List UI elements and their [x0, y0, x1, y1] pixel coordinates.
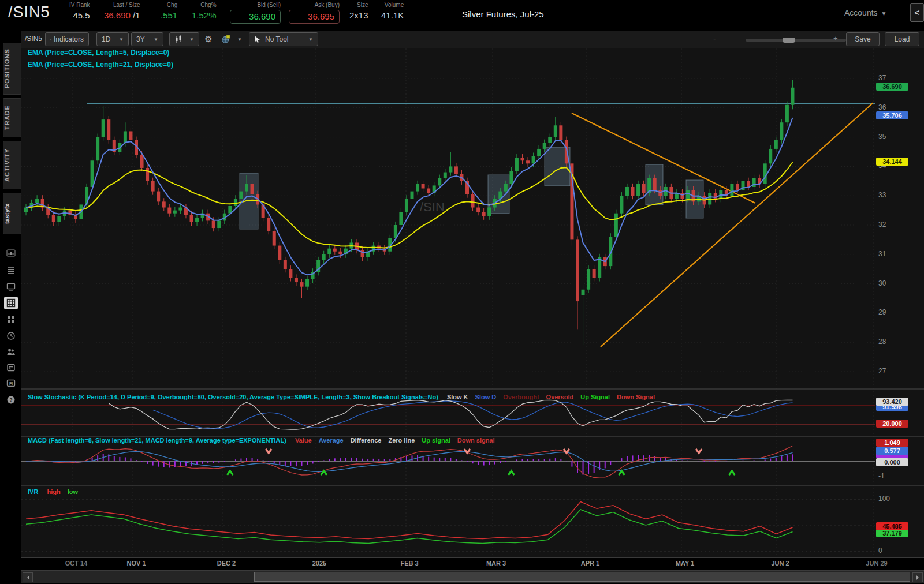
time-axis-label: JUN 2	[763, 560, 798, 567]
monitor-icon[interactable]	[4, 280, 18, 293]
price-tick: 36	[878, 103, 886, 111]
header-field-iv-rank: IV Rank45.5	[69, 2, 90, 21]
time-axis-label: 2025	[302, 560, 337, 567]
sidebar-tab-tastyfx[interactable]: tastyfx	[3, 193, 21, 234]
price-chart[interactable]: /SIN	[21, 48, 924, 557]
zoom-slider-handle[interactable]	[783, 38, 795, 43]
legend-item: Up Signal	[580, 394, 610, 400]
tool-dropdown[interactable]: No Tool ▼	[249, 32, 318, 46]
scrollbar-thumb[interactable]	[254, 572, 910, 582]
axis-value-badge: 35.706	[876, 111, 908, 119]
zoom-in-button[interactable]: +	[833, 34, 838, 43]
header-field-last-size: Last / Size36.690 /1	[104, 2, 140, 21]
header-field-bid-sell[interactable]: Bid (Sell)36.690	[230, 2, 281, 24]
field-value: 2x13	[349, 10, 368, 21]
study-axis-tick: 100	[878, 495, 890, 503]
header-field-ask-buy[interactable]: Ask (Buy)36.695	[289, 2, 340, 24]
range-dropdown[interactable]: 3Y▼	[131, 32, 163, 46]
legend-item: Difference	[351, 437, 382, 444]
axis-value-badge: 37.179	[876, 529, 908, 537]
candlestick-icon	[174, 35, 182, 43]
ivr-study-label[interactable]: IVR highlow	[28, 488, 78, 495]
field-value: .551	[161, 10, 177, 21]
legend-item: Up signal	[422, 437, 450, 444]
chevron-down-icon: ▼	[154, 37, 158, 42]
header-field-chg-pct: Chg%1.52%	[192, 2, 217, 21]
chevron-down-icon: ▼	[237, 37, 242, 42]
price-tick: 35	[878, 133, 886, 141]
chart-grid-icon[interactable]	[4, 297, 18, 309]
time-axis-label: MAY 1	[668, 560, 702, 567]
price-tick: 37	[878, 74, 886, 82]
price-axis-divider	[875, 48, 875, 570]
stochastic-study-label[interactable]: Slow Stochastic (K Period=14, D Period=9…	[28, 394, 655, 400]
symbol-title: /SIN5	[8, 3, 50, 21]
zoom-slider[interactable]	[746, 39, 846, 42]
field-label: Last / Size	[104, 2, 140, 9]
axis-value-badge: 1.049	[876, 439, 908, 447]
fi-icon[interactable]: FI	[4, 377, 18, 390]
chart-settings-button[interactable]: ⚙	[202, 32, 215, 46]
help-icon[interactable]: ?	[4, 394, 18, 406]
svg-text:FI: FI	[9, 381, 13, 385]
legend-item: Overbought	[503, 394, 539, 400]
scroll-right-button[interactable]	[912, 572, 923, 582]
list-icon[interactable]	[4, 264, 18, 277]
legend-item: Slow D	[475, 394, 497, 400]
svg-text:?: ?	[9, 397, 13, 403]
time-axis-label: JUN 29	[859, 560, 894, 567]
sidebar-tab-activity[interactable]: ACTIVITY	[3, 141, 21, 189]
legend-item: Average	[319, 437, 344, 444]
indicators-button[interactable]: Indicators	[45, 32, 89, 46]
legend-item: Value	[295, 437, 312, 444]
trading-platform-window: /SIN5 IV Rank45.5Last / Size36.690 /1Chg…	[0, 0, 924, 584]
time-axis-label: NOV 1	[119, 560, 154, 567]
sidebar-tab-positions[interactable]: POSITIONS	[3, 43, 21, 95]
drawing-set-dropdown[interactable]: ▼	[217, 32, 247, 46]
left-sidebar: POSITIONSTRADEACTIVITYtastyfxFI?	[0, 27, 21, 584]
calendar-return-icon[interactable]	[4, 361, 18, 374]
price-tick: 31	[878, 250, 886, 258]
chevron-down-icon: ▼	[881, 10, 887, 17]
stats-page-icon[interactable]	[4, 247, 18, 260]
collapse-panel-button[interactable]: <	[910, 3, 924, 22]
clock-icon[interactable]	[4, 330, 18, 342]
field-value[interactable]: 36.690	[230, 10, 281, 24]
legend-item: Down Signal	[617, 394, 655, 400]
field-label: Size	[349, 2, 368, 9]
time-axis-label: DEC 2	[209, 560, 244, 567]
field-value: 36.690 /1	[104, 10, 140, 21]
time-axis-label: MAR 3	[479, 560, 513, 567]
people-icon[interactable]	[4, 346, 18, 358]
chevron-down-icon: ▼	[189, 37, 194, 42]
price-tick: 27	[878, 367, 886, 375]
field-label: IV Rank	[69, 2, 90, 9]
price-tick: 32	[878, 220, 886, 229]
chart-scrollbar[interactable]	[21, 570, 924, 583]
chart-toolbar: /SIN5 Indicators 1D▼ 3Y▼ ▼ ⚙	[21, 31, 924, 48]
zoom-out-button[interactable]: -	[713, 34, 716, 43]
save-button[interactable]: Save	[846, 32, 880, 46]
grid-squares-icon[interactable]	[4, 313, 18, 326]
chart-canvas[interactable]: /SIN	[21, 48, 924, 557]
ema21-study-label[interactable]: EMA (Price=CLOSE, Length=21, Displace=0)	[28, 61, 173, 69]
axis-value-badge: 34.144	[876, 158, 908, 166]
time-axis-label: FEB 3	[392, 560, 427, 567]
ema5-study-label[interactable]: EMA (Price=CLOSE, Length=5, Displace=0)	[28, 48, 169, 57]
accounts-dropdown[interactable]: Accounts▼	[844, 8, 887, 17]
axis-value-badge: 0.000	[876, 458, 908, 466]
gear-icon: ⚙	[204, 34, 212, 44]
scroll-left-button[interactable]	[23, 572, 33, 582]
macd-study-label[interactable]: MACD (Fast length=8, Slow length=21, MAC…	[28, 437, 495, 444]
sidebar-tab-trade[interactable]: TRADE	[3, 98, 21, 137]
axis-value-badge: 0.577	[876, 447, 908, 455]
field-value: 41.1K	[381, 10, 404, 21]
field-value[interactable]: 36.695	[289, 10, 340, 24]
chart-type-dropdown[interactable]: ▼	[169, 32, 199, 46]
field-label: Chg%	[192, 2, 217, 9]
axis-value-badge: 20.000	[876, 420, 908, 428]
study-axis-tick: -1	[878, 472, 885, 480]
load-button[interactable]: Load	[885, 32, 919, 46]
timeframe-dropdown[interactable]: 1D▼	[96, 32, 129, 46]
svg-text:/SIN: /SIN	[420, 200, 445, 214]
